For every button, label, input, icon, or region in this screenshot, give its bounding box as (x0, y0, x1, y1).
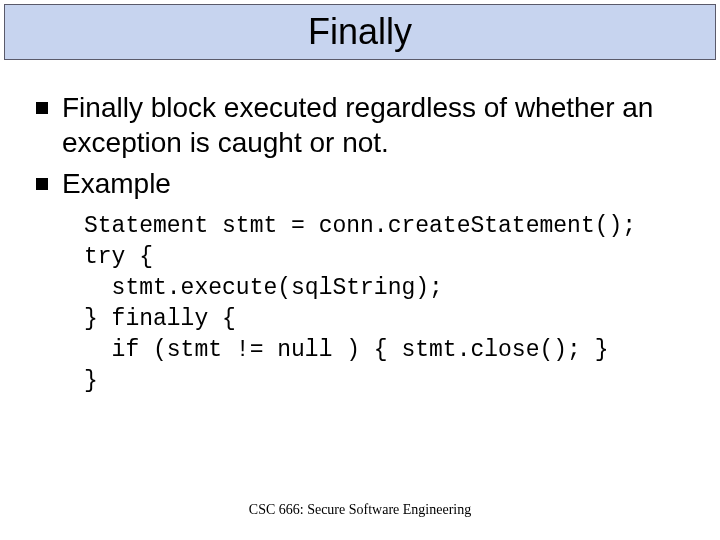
code-line: stmt.execute(sqlString); (84, 275, 443, 301)
code-line: try { (84, 244, 153, 270)
bullet-item: Finally block executed regardless of whe… (30, 90, 690, 160)
square-bullet-icon (36, 102, 48, 114)
code-example: Statement stmt = conn.createStatement();… (84, 211, 690, 397)
bullet-text: Finally block executed regardless of whe… (62, 90, 690, 160)
code-line: } (84, 368, 98, 394)
code-line: Statement stmt = conn.createStatement(); (84, 213, 636, 239)
slide: Finally Finally block executed regardles… (0, 0, 720, 540)
slide-body: Finally block executed regardless of whe… (30, 90, 690, 397)
bullet-item: Example (30, 166, 690, 201)
title-bar: Finally (4, 4, 716, 60)
code-line: } finally { (84, 306, 236, 332)
bullet-text: Example (62, 166, 171, 201)
slide-title: Finally (308, 11, 412, 53)
square-bullet-icon (36, 178, 48, 190)
slide-footer: CSC 666: Secure Software Engineering (0, 502, 720, 518)
code-line: if (stmt != null ) { stmt.close(); } (84, 337, 609, 363)
